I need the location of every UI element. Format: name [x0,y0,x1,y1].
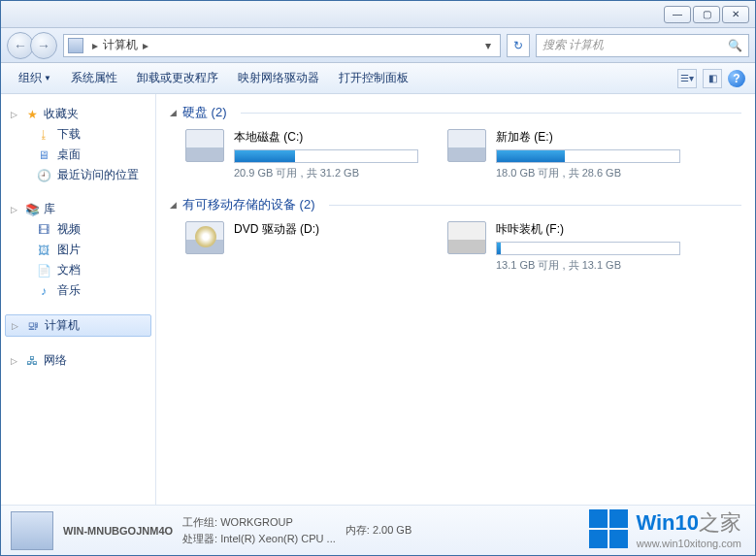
usage-bar [496,242,680,255]
search-icon: 🔍 [728,39,742,52]
usb-drive-icon [447,221,486,254]
system-properties-button[interactable]: 系统属性 [63,67,125,89]
open-control-panel-button[interactable]: 打开控制面板 [331,67,416,89]
drive-stat: 18.0 GB 可用 , 共 28.6 GB [496,166,680,180]
organize-menu[interactable]: 组织▼ [11,67,59,89]
sidebar-item-desktop[interactable]: 🖥桌面 [1,145,155,165]
sidebar-item-network[interactable]: ▷ 🖧 网络 [1,350,155,371]
watermark-url: www.win10xitong.com [636,538,741,549]
divider [241,113,742,114]
search-input[interactable]: 搜索 计算机 🔍 [536,34,749,57]
hard-drive-icon [447,129,486,162]
sidebar-libraries-head[interactable]: ▷ 📚 库 [1,199,155,219]
download-icon: ⭳ [36,127,51,143]
explorer-window: — ▢ ✕ ← → ▸ 计算机 ▸ ▾ ↻ 搜索 计算机 🔍 组织▼ 系统属性 … [0,0,756,556]
picture-icon: 🖼 [36,243,51,258]
body: ▷ ★ 收藏夹 ⭳下载 🖥桌面 🕘最近访问的位置 ▷ 📚 库 🎞视频 🖼图片 📄… [1,94,755,505]
group-header-drives[interactable]: ◢ 硬盘 (2) [170,104,741,121]
address-dropdown[interactable]: ▾ [480,39,496,52]
sidebar-item-computer[interactable]: ▷ 🖳 计算机 [5,314,151,337]
drive-stat: 20.9 GB 可用 , 共 31.2 GB [234,166,418,180]
sidebar-favorites: ▷ ★ 收藏夹 ⭳下载 🖥桌面 🕘最近访问的位置 [1,104,155,185]
sidebar-network: ▷ 🖧 网络 [1,350,155,371]
collapse-icon: ◢ [170,200,177,210]
sidebar-item-downloads[interactable]: ⭳下载 [1,124,155,145]
content-area: ◢ 硬盘 (2) 本地磁盘 (C:) 20.9 GB 可用 , 共 31.2 G… [156,94,755,505]
workgroup-value: WORKGROUP [220,516,293,528]
windows-logo-icon [589,509,628,548]
cpu-label: 处理器: [182,533,217,544]
drive-label: 本地磁盘 (C:) [234,129,418,146]
drive-c[interactable]: 本地磁盘 (C:) 20.9 GB 可用 , 共 31.2 GB [185,129,418,180]
forward-button[interactable]: → [30,32,57,59]
search-placeholder: 搜索 计算机 [542,37,604,53]
sidebar-item-recent[interactable]: 🕘最近访问的位置 [1,165,155,185]
group-header-removable[interactable]: ◢ 有可移动存储的设备 (2) [170,196,741,213]
collapse-icon: ◢ [170,108,177,117]
breadcrumb-segment[interactable]: 计算机 [103,37,138,53]
drive-stat: 13.1 GB 可用 , 共 13.1 GB [496,258,680,273]
workgroup-label: 工作组: [182,516,217,528]
chevron-down-icon: ▷ [11,110,20,119]
library-icon: 📚 [24,202,40,217]
uninstall-programs-button[interactable]: 卸载或更改程序 [129,67,226,89]
view-options-button[interactable]: ☰▾ [677,69,697,88]
computer-large-icon [11,511,53,550]
computer-icon [68,38,83,53]
chevron-icon: ▷ [12,321,21,331]
divider [329,205,742,206]
address-bar[interactable]: ▸ 计算机 ▸ ▾ [63,34,501,57]
group-hard-drives: ◢ 硬盘 (2) 本地磁盘 (C:) 20.9 GB 可用 , 共 31.2 G… [170,104,741,180]
usage-bar [496,149,680,163]
sidebar-favorites-head[interactable]: ▷ ★ 收藏夹 [1,104,155,124]
sidebar: ▷ ★ 收藏夹 ⭳下载 🖥桌面 🕘最近访问的位置 ▷ 📚 库 🎞视频 🖼图片 📄… [1,94,156,505]
sidebar-computer: ▷ 🖳 计算机 [1,314,155,337]
memory-value: 2.00 GB [373,524,411,536]
hard-drive-icon [185,129,224,162]
desktop-icon: 🖥 [36,147,51,163]
watermark: Win10之家 www.win10xitong.com [589,508,741,549]
minimize-button[interactable]: — [664,6,691,23]
toolbar: 组织▼ 系统属性 卸载或更改程序 映射网络驱动器 打开控制面板 ☰▾ ◧ ? [1,63,755,94]
drive-label: 咔咔装机 (F:) [496,221,680,238]
drive-d[interactable]: DVD 驱动器 (D:) [185,221,418,273]
watermark-text: Win10之家 [636,508,741,538]
drive-label: DVD 驱动器 (D:) [234,221,418,238]
music-icon: ♪ [36,283,51,299]
sidebar-item-music[interactable]: ♪音乐 [1,280,155,301]
breadcrumb-dropdown[interactable]: ▸ [138,39,153,52]
chevron-icon: ▷ [11,356,20,366]
document-icon: 📄 [36,263,51,278]
preview-pane-button[interactable]: ◧ [703,69,722,88]
maximize-button[interactable]: ▢ [693,6,720,23]
usage-bar [234,149,418,163]
video-icon: 🎞 [36,222,51,238]
close-button[interactable]: ✕ [722,6,749,23]
cpu-value: Intel(R) Xeon(R) CPU ... [220,533,336,544]
drive-e[interactable]: 新加卷 (E:) 18.0 GB 可用 , 共 28.6 GB [447,129,680,180]
drive-label: 新加卷 (E:) [496,129,680,146]
drive-f[interactable]: 咔咔装机 (F:) 13.1 GB 可用 , 共 13.1 GB [447,221,680,273]
sidebar-libraries: ▷ 📚 库 🎞视频 🖼图片 📄文档 ♪音乐 [1,199,155,301]
sidebar-item-pictures[interactable]: 🖼图片 [1,240,155,260]
help-button[interactable]: ? [728,70,745,87]
star-icon: ★ [24,107,40,122]
computer-name: WIN-MNUBGOJNM4O [63,525,173,537]
refresh-button[interactable]: ↻ [507,34,530,57]
network-icon: 🖧 [24,353,40,369]
nav-buttons: ← → [7,32,57,59]
computer-icon: 🖳 [25,318,41,334]
memory-label: 内存: [345,524,370,536]
recent-icon: 🕘 [36,168,51,183]
sidebar-item-documents[interactable]: 📄文档 [1,260,155,280]
titlebar: — ▢ ✕ [1,1,755,28]
dvd-drive-icon [185,221,224,254]
group-removable: ◢ 有可移动存储的设备 (2) DVD 驱动器 (D:) 咔咔装机 ( [170,196,741,273]
navbar: ← → ▸ 计算机 ▸ ▾ ↻ 搜索 计算机 🔍 [1,28,755,63]
breadcrumb-root-dropdown[interactable]: ▸ [87,39,103,52]
sidebar-item-videos[interactable]: 🎞视频 [1,219,155,240]
map-network-drive-button[interactable]: 映射网络驱动器 [230,67,327,89]
chevron-icon: ▷ [11,205,20,214]
